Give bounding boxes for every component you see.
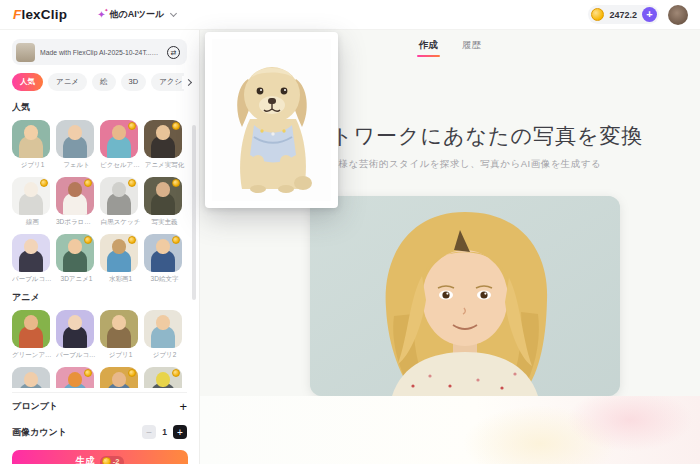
style-label: フェルト <box>56 161 97 170</box>
flexclip-logo[interactable]: FlexClip <box>13 7 67 22</box>
dog-photo <box>212 39 331 201</box>
style-gallery-scroll-area[interactable]: 人気ジブリ1フェルトピクセルアートアニメ実写化線画3Dポラロイド白黒スケッチ写実… <box>12 94 192 388</box>
thumbnail-figure-head <box>112 182 126 197</box>
category-tab-4[interactable]: アクションフィギュア <box>151 73 184 91</box>
credits-pill[interactable]: 2472.2 + <box>588 5 659 24</box>
main-tab-1[interactable]: 履歴 <box>460 34 483 59</box>
style-label: 3D絵文字 <box>144 275 185 284</box>
sparkle-icon: ✦ <box>97 10 105 20</box>
style-item[interactable]: ジブリ2 <box>144 310 185 360</box>
style-thumbnail <box>144 310 182 348</box>
generate-button[interactable]: 生成 -2 <box>12 450 188 464</box>
style-thumbnail <box>12 177 50 215</box>
thumbnail-figure-head <box>112 372 126 387</box>
style-item[interactable]: 3D絵文字 <box>144 234 185 284</box>
style-label: 白黒スケッチ <box>100 218 141 227</box>
style-thumbnail <box>100 234 138 272</box>
category-tab-2[interactable]: 絵 <box>92 73 116 91</box>
style-thumbnail <box>100 310 138 348</box>
section-title-0: 人気 <box>12 101 192 114</box>
premium-coin-badge <box>128 369 136 377</box>
category-tab-3[interactable]: 3D <box>121 73 147 91</box>
flexclip-app: FlexClip ✦ 他のAIツール 2472.2 + Made with Fl… <box>0 0 700 464</box>
thumbnail-figure-head <box>68 239 82 254</box>
style-item[interactable]: ジブリ1 <box>100 310 141 360</box>
style-item[interactable]: マペット <box>56 367 97 388</box>
thumbnail-figure-head <box>24 182 38 197</box>
thumbnail-figure-head <box>156 125 170 140</box>
uploaded-file-name: Made with FlexClip AI-2025-10-24T...4.pn… <box>40 49 162 56</box>
style-item[interactable]: 3Dポラロイド <box>56 177 97 227</box>
ai-tools-label: 他のAIツール <box>110 8 165 21</box>
thumbnail-figure-head <box>156 182 170 197</box>
thumbnail-figure-head <box>156 239 170 254</box>
style-item[interactable]: ピクセルアート <box>100 120 141 170</box>
user-avatar[interactable] <box>668 5 688 25</box>
style-label: 線画 <box>12 218 53 227</box>
add-credits-button[interactable]: + <box>642 7 657 22</box>
thumbnail-figure-head <box>24 315 38 330</box>
style-label: パープルコミック <box>56 351 97 360</box>
style-item[interactable]: 3Dアニメ1 <box>56 234 97 284</box>
style-label: アニメ実写化 <box>144 161 185 170</box>
main-panel: 作成履歴 アートワークにあなたの写真を変換 多様な芸術的スタイルを探求し、写真か… <box>200 30 700 464</box>
thumbnail-figure-head <box>68 182 82 197</box>
style-thumbnail <box>144 367 182 388</box>
credits-value: 2472.2 <box>609 10 637 20</box>
style-grid-1: グリーンアートパープルコミックジブリ1ジブリ2フェルトマペットかぎ針編み人形シッ… <box>12 310 192 388</box>
premium-coin-badge <box>172 179 180 187</box>
style-item[interactable]: ジブリ1 <box>12 120 53 170</box>
ai-tools-menu[interactable]: ✦ 他のAIツール <box>97 8 176 21</box>
category-tab-1[interactable]: アニメ <box>48 73 87 91</box>
tabs-scroll-right-button[interactable] <box>182 76 194 89</box>
generate-cost-badge: -2 <box>100 456 125 464</box>
style-item[interactable]: かぎ針編み人形 <box>100 367 141 388</box>
main-tab-0[interactable]: 作成 <box>417 34 440 59</box>
style-label: パープルコミック <box>12 275 53 284</box>
style-thumbnail <box>144 177 182 215</box>
girl-illustration <box>310 196 620 396</box>
style-item[interactable]: シットコム風カ... <box>144 367 185 388</box>
thumbnail-figure-head <box>24 372 38 387</box>
count-decrease-button[interactable]: − <box>142 425 156 439</box>
style-thumbnail <box>56 177 94 215</box>
sidebar-scrollbar[interactable] <box>192 125 196 300</box>
thumbnail-figure-head <box>68 315 82 330</box>
style-item[interactable]: パープルコミック <box>56 310 97 360</box>
style-grid-0: ジブリ1フェルトピクセルアートアニメ実写化線画3Dポラロイド白黒スケッチ写実主義… <box>12 120 192 284</box>
style-item[interactable]: フェルト <box>56 120 97 170</box>
premium-coin-badge <box>84 369 92 377</box>
prompt-section-toggle[interactable]: プロンプト + <box>12 393 187 419</box>
style-thumbnail <box>100 177 138 215</box>
style-label: グリーンアート <box>12 351 53 360</box>
style-thumbnail <box>100 120 138 158</box>
style-item[interactable]: アニメ実写化 <box>144 120 185 170</box>
generate-cost-value: -2 <box>113 457 120 464</box>
chevron-right-icon <box>184 79 191 86</box>
premium-coin-badge <box>128 236 136 244</box>
thumbnail-figure-head <box>68 372 82 387</box>
count-increase-button[interactable]: + <box>173 425 187 439</box>
style-item[interactable]: 線画 <box>12 177 53 227</box>
thumbnail-figure-head <box>68 125 82 140</box>
style-item[interactable]: グリーンアート <box>12 310 53 360</box>
style-label: 3Dポラロイド <box>56 218 97 227</box>
category-tab-0[interactable]: 人気 <box>12 73 43 91</box>
chevron-down-icon <box>170 10 177 17</box>
style-item[interactable]: 白黒スケッチ <box>100 177 141 227</box>
image-count-stepper: − 1 + <box>142 425 187 439</box>
expand-plus-icon[interactable]: + <box>179 400 187 413</box>
section-title-1: アニメ <box>12 291 192 304</box>
style-item[interactable]: 写実主義 <box>144 177 185 227</box>
style-item[interactable]: パープルコミック <box>12 234 53 284</box>
premium-coin-badge <box>172 236 180 244</box>
style-item[interactable]: 水彩画1 <box>100 234 141 284</box>
uploaded-file-row[interactable]: Made with FlexClip AI-2025-10-24T...4.pn… <box>12 39 187 65</box>
style-item[interactable]: フェルト <box>12 367 53 388</box>
generate-label: 生成 <box>76 455 95 464</box>
photo-preview-card[interactable] <box>205 32 338 208</box>
style-label: 水彩画1 <box>100 275 141 284</box>
style-label: ジブリ2 <box>144 351 185 360</box>
replace-image-icon[interactable]: ⇄ <box>167 46 180 59</box>
image-count-value: 1 <box>162 427 167 437</box>
